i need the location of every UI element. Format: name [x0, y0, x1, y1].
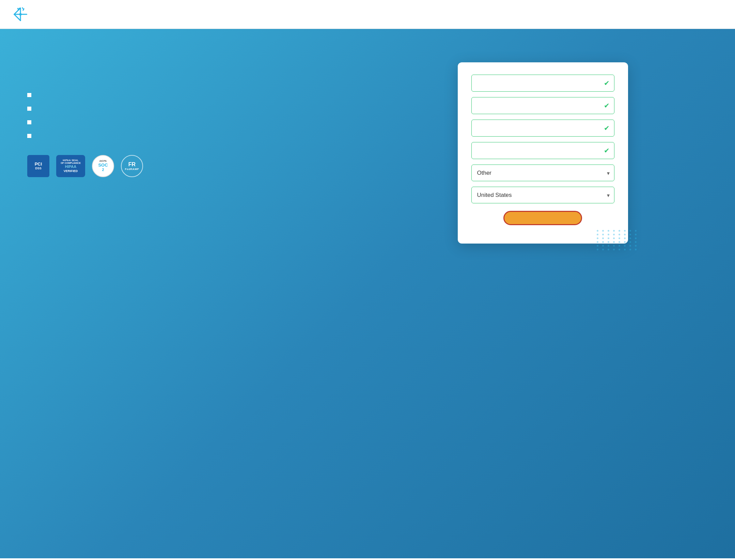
feature-list [27, 91, 357, 138]
last-name-field: ✔ [471, 97, 614, 114]
company-field: ✔ [471, 142, 614, 159]
last-name-input[interactable] [471, 97, 614, 114]
company-input[interactable] [471, 142, 614, 159]
list-item [27, 118, 357, 124]
list-item [27, 105, 357, 111]
right-panel: ✔ ✔ ✔ ✔ Other Engineer [378, 49, 708, 538]
hero-title [27, 56, 357, 77]
bullet-icon [27, 107, 31, 111]
hipaa-badge: HIPAA SEAL OF COMPLIANCE HIPAA VERIFIED [56, 155, 85, 177]
badges-row: PCI DSS HIPAA SEAL OF COMPLIANCE HIPAA V… [27, 155, 357, 177]
country-field: United States Canada United Kingdom Aust… [471, 187, 614, 203]
form-card: ✔ ✔ ✔ ✔ Other Engineer [458, 62, 628, 244]
snowflake-icon [12, 6, 29, 22]
soc-badge: AICPA SOC 2 [92, 155, 114, 177]
check-icon: ✔ [604, 124, 610, 132]
role-field: Other Engineer Analyst Manager Executive… [471, 165, 614, 181]
email-input[interactable] [471, 120, 614, 137]
list-item [27, 132, 357, 138]
continue-button[interactable] [503, 211, 582, 225]
svg-rect-2 [14, 14, 27, 15]
bullet-icon [27, 93, 31, 97]
first-name-field: ✔ [471, 75, 614, 92]
email-field: ✔ [471, 120, 614, 137]
svg-rect-8 [22, 7, 24, 10]
dot-pattern-decoration: // Generate dots const dotContainer = do… [597, 230, 638, 250]
pci-badge: PCI DSS [27, 155, 49, 177]
bullet-icon [27, 120, 31, 124]
first-name-input[interactable] [471, 75, 614, 92]
fedramp-badge: FR FedRAMP [121, 155, 143, 177]
role-select[interactable]: Other Engineer Analyst Manager Executive [471, 165, 614, 181]
main-content: PCI DSS HIPAA SEAL OF COMPLIANCE HIPAA V… [0, 29, 735, 558]
bullet-icon [27, 134, 31, 138]
list-item [27, 91, 357, 97]
check-icon: ✔ [604, 102, 610, 110]
country-select[interactable]: United States Canada United Kingdom Aust… [471, 187, 614, 203]
logo [12, 6, 32, 22]
header [0, 0, 735, 29]
left-panel: PCI DSS HIPAA SEAL OF COMPLIANCE HIPAA V… [27, 49, 357, 538]
check-icon: ✔ [604, 79, 610, 87]
check-icon: ✔ [604, 146, 610, 155]
